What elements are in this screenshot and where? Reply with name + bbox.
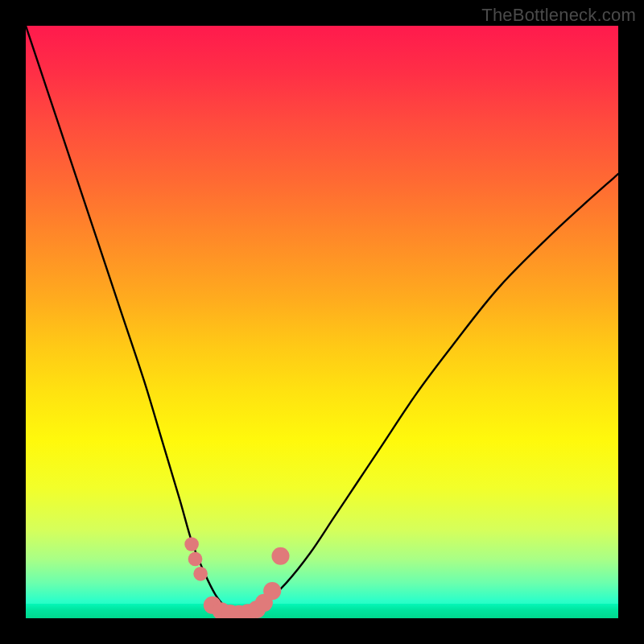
curve-marker: [188, 552, 203, 567]
curve-marker: [263, 582, 281, 600]
curve-marker: [184, 537, 199, 551]
chart-frame: TheBottleneck.com: [0, 0, 644, 644]
attribution-label: TheBottleneck.com: [481, 5, 636, 26]
chart-svg: [26, 26, 618, 618]
plot-area: [26, 26, 618, 618]
bottleneck-curve: [26, 26, 618, 615]
curve-markers: [184, 537, 289, 618]
curve-marker: [193, 567, 208, 581]
curve-marker: [271, 547, 289, 565]
